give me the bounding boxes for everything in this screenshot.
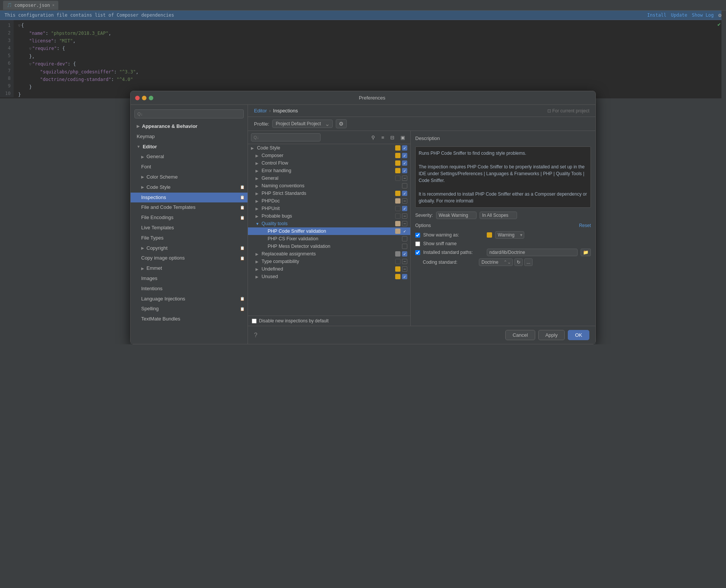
sidebar-item-file-encodings[interactable]: File Encodings 📋 bbox=[131, 213, 248, 223]
check-box[interactable] bbox=[402, 183, 407, 188]
cancel-button[interactable]: Cancel bbox=[505, 330, 535, 340]
tree-item-code-style[interactable]: ▶ Code Style ✓ bbox=[248, 144, 410, 152]
sidebar-item-code-style[interactable]: ▶ Code Style 📋 bbox=[131, 182, 248, 193]
check-box[interactable]: ✓ bbox=[402, 274, 407, 279]
check-box[interactable] bbox=[402, 236, 407, 241]
breadcrumb-parent[interactable]: Editor bbox=[254, 108, 267, 114]
check-box[interactable]: − bbox=[402, 259, 407, 264]
check-box[interactable]: ✓ bbox=[402, 251, 407, 257]
collapse-all-button[interactable]: ⊟ bbox=[388, 134, 397, 142]
sidebar-item-color-scheme[interactable]: ▶ Color Scheme bbox=[131, 172, 248, 182]
sidebar-item-file-code-templates[interactable]: File and Code Templates 📋 bbox=[131, 202, 248, 213]
filter-button[interactable]: ⚲ bbox=[369, 134, 377, 142]
expand-all-button[interactable]: ≡ bbox=[379, 134, 386, 142]
scrollbar[interactable] bbox=[721, 11, 726, 98]
sidebar-item-images[interactable]: Images bbox=[131, 274, 248, 284]
check-box[interactable]: ✓ bbox=[402, 191, 407, 196]
check-box[interactable]: − bbox=[402, 198, 407, 204]
show-warning-label: Show warning as: bbox=[423, 232, 484, 238]
close-button[interactable] bbox=[135, 96, 140, 100]
coding-standard-dropdown[interactable]: Doctrine bbox=[479, 258, 513, 266]
check-box[interactable]: ✓ bbox=[402, 168, 407, 173]
check-box[interactable] bbox=[402, 244, 407, 249]
profile-dropdown[interactable]: Project Default Project bbox=[272, 120, 333, 128]
sidebar-item-spelling[interactable]: Spelling 📋 bbox=[131, 304, 248, 314]
ok-button[interactable]: OK bbox=[568, 330, 589, 340]
check-box[interactable]: ✓ bbox=[402, 229, 407, 234]
check-box[interactable]: − bbox=[402, 176, 407, 181]
reset-link[interactable]: Reset bbox=[579, 223, 591, 228]
warning-value-dropdown[interactable]: Warning bbox=[495, 231, 524, 239]
profile-gear-button[interactable]: ⚙ bbox=[336, 119, 347, 128]
browse-paths-button[interactable]: 📁 bbox=[581, 249, 591, 256]
tree-item-undefined[interactable]: ▶ Undefined − bbox=[248, 265, 410, 273]
tree-item-quality-tools[interactable]: ▼ Quality tools − bbox=[248, 220, 410, 227]
tree-item-php-code-sniffer[interactable]: PHP Code Sniffer validation ✓ bbox=[248, 227, 410, 235]
show-sniff-checkbox[interactable] bbox=[415, 241, 420, 246]
apply-button[interactable]: Apply bbox=[538, 330, 565, 340]
sidebar-item-copyright[interactable]: ▶ Copyright 📋 bbox=[131, 243, 248, 254]
insp-search-wrap: Q↓ bbox=[251, 133, 368, 142]
maximize-button[interactable] bbox=[149, 96, 153, 100]
insp-search-icon: Q↓ bbox=[254, 135, 259, 140]
inspection-search-input[interactable] bbox=[251, 133, 321, 142]
tab-close-icon[interactable]: × bbox=[52, 3, 55, 7]
tree-item-general[interactable]: ▶ General − bbox=[248, 174, 410, 182]
installed-paths-checkbox[interactable] bbox=[415, 250, 420, 255]
update-link[interactable]: Update bbox=[671, 12, 687, 18]
install-link[interactable]: Install bbox=[647, 12, 667, 18]
scope-dropdown[interactable]: In All Scopes bbox=[480, 212, 517, 219]
sidebar-item-intentions[interactable]: Intentions bbox=[131, 284, 248, 294]
tree-arrow-icon: ▶ bbox=[256, 267, 260, 271]
installed-paths-input[interactable] bbox=[487, 249, 578, 256]
check-box[interactable]: − bbox=[402, 266, 407, 272]
show-log-link[interactable]: Show Log bbox=[692, 12, 714, 18]
check-box[interactable]: ✓ bbox=[402, 145, 407, 151]
tree-item-composer[interactable]: ▶ Composer ✓ bbox=[248, 152, 410, 159]
refresh-standard-button[interactable]: ↻ bbox=[514, 258, 523, 266]
sidebar-item-font[interactable]: Font bbox=[131, 162, 248, 172]
tree-item-php-cs-fixer[interactable]: PHP CS Fixer validation bbox=[248, 235, 410, 243]
sidebar-item-file-types[interactable]: File Types bbox=[131, 233, 248, 243]
check-box[interactable]: − bbox=[402, 213, 407, 219]
tree-item-naming-conventions[interactable]: ▶ Naming conventions bbox=[248, 182, 410, 190]
help-icon[interactable]: ? bbox=[254, 332, 257, 339]
tree-item-php-strict-standards[interactable]: ▶ PHP Strict Standards ✓ bbox=[248, 190, 410, 197]
show-warning-checkbox[interactable] bbox=[415, 233, 420, 238]
check-box[interactable]: − bbox=[402, 221, 407, 226]
tree-item-type-compatibility[interactable]: ▶ Type compatibility − bbox=[248, 258, 410, 265]
editor-tab[interactable]: 🎵 composer.json × bbox=[3, 1, 58, 10]
sidebar-item-live-templates[interactable]: Live Templates bbox=[131, 223, 248, 233]
check-box[interactable]: ✓ bbox=[402, 160, 407, 166]
sidebar-item-editor[interactable]: ▼ Editor bbox=[131, 142, 248, 152]
tree-item-control-flow[interactable]: ▶ Control Flow ✓ bbox=[248, 159, 410, 167]
minimize-button[interactable] bbox=[142, 96, 146, 100]
tree-item-phpunit[interactable]: ▶ PHPUnit ✓ bbox=[248, 205, 410, 212]
tree-item-unused[interactable]: ▶ Unused ✓ bbox=[248, 273, 410, 280]
tree-item-replaceable-assignments[interactable]: ▶ Replaceable assignments ✓ bbox=[248, 250, 410, 258]
tree-item-php-mess-detector[interactable]: PHP Mess Detector validation bbox=[248, 243, 410, 250]
settings-icon[interactable]: ⚙ bbox=[718, 12, 721, 18]
tree-item-phpdoc[interactable]: ▶ PHPDoc − bbox=[248, 197, 410, 205]
check-box[interactable]: ✓ bbox=[402, 153, 407, 158]
severity-color bbox=[395, 259, 400, 264]
sidebar-item-keymap[interactable]: Keymap bbox=[131, 132, 248, 142]
sidebar-item-general[interactable]: ▶ General bbox=[131, 152, 248, 162]
tree-item-probable-bugs[interactable]: ▶ Probable bugs − bbox=[248, 212, 410, 220]
sidebar-item-inspections[interactable]: Inspections 📋 bbox=[131, 193, 248, 203]
more-standard-button[interactable]: ... bbox=[524, 258, 533, 266]
sidebar-search-input[interactable] bbox=[134, 109, 244, 118]
tree-arrow-icon: ▶ bbox=[256, 207, 260, 211]
sidebar-item-textmate-bundles[interactable]: TextMate Bundles bbox=[131, 314, 248, 324]
sidebar-item-emmet[interactable]: ▶ Emmet bbox=[131, 263, 248, 274]
tree-item-error-handling[interactable]: ▶ Error handling ✓ bbox=[248, 167, 410, 174]
group-button[interactable]: ▣ bbox=[398, 134, 407, 142]
sidebar-item-copy-image-options[interactable]: Copy image options 📋 bbox=[131, 253, 248, 263]
for-project-label[interactable]: ⊡ For current project bbox=[547, 108, 589, 114]
disable-new-checkbox[interactable] bbox=[252, 319, 257, 324]
check-box[interactable]: ✓ bbox=[402, 206, 407, 211]
sidebar-item-language-injections[interactable]: Language Injections 📋 bbox=[131, 294, 248, 304]
sidebar-item-appearance-behavior[interactable]: ▶ Appearance & Behavior bbox=[131, 121, 248, 132]
severity-dropdown[interactable]: Weak Warning bbox=[436, 212, 477, 219]
expand-arrow: ▶ bbox=[141, 245, 144, 251]
